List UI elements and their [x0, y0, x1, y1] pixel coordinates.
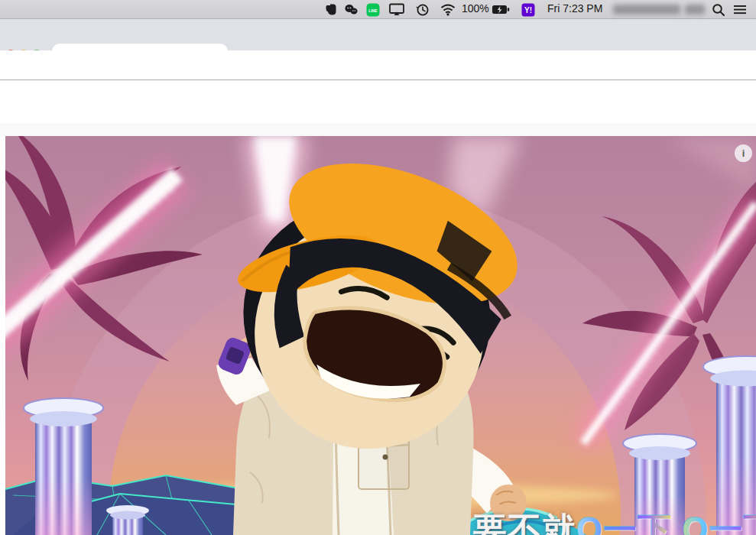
wechat-icon[interactable]: [344, 3, 359, 17]
redacted-username-2: [685, 5, 705, 15]
airplay-display-icon[interactable]: [388, 3, 405, 16]
redacted-username: [613, 5, 680, 15]
notification-center-icon[interactable]: [733, 5, 747, 15]
subtitle-plain: 要不就: [473, 511, 576, 535]
yahoo-label: Y!: [524, 6, 532, 15]
youtube-header: YouTube TW: [0, 80, 756, 123]
column-left-small: [106, 505, 149, 535]
menubar-clock[interactable]: Fri 7:23 PM: [547, 2, 602, 15]
info-icon[interactable]: i: [735, 144, 752, 162]
browser-toolbar: ← → youtube.com/watch?v=-yW1KdR08KI: [0, 50, 756, 80]
video-subtitle: 要不就Q一下 Q一下: [473, 507, 756, 535]
tab-strip: (2) 【阿Q桶麵】 《Q一下》 Offi × +: [0, 19, 756, 50]
music-video-scene: 阿Q中華: [5, 136, 756, 535]
subtitle-colored: Q一下 Q一下: [576, 511, 756, 535]
yahoo-icon[interactable]: Y!: [521, 3, 535, 17]
macos-menubar: LINE 100% Y! Fri 7:23 PM: [0, 0, 756, 19]
line-icon[interactable]: LINE: [366, 3, 380, 17]
spotlight-search-icon[interactable]: [712, 3, 725, 17]
info-glyph: i: [742, 148, 745, 159]
line-label: LINE: [368, 8, 378, 13]
battery-percent: 100%: [462, 2, 489, 15]
wifi-icon[interactable]: [440, 3, 456, 16]
video-player[interactable]: 阿Q中華: [5, 136, 756, 535]
time-machine-icon[interactable]: [416, 3, 430, 17]
battery-charging-icon: [492, 5, 510, 15]
evernote-icon[interactable]: [324, 3, 338, 17]
page-background: [0, 123, 756, 136]
column-left-large: [24, 398, 103, 535]
